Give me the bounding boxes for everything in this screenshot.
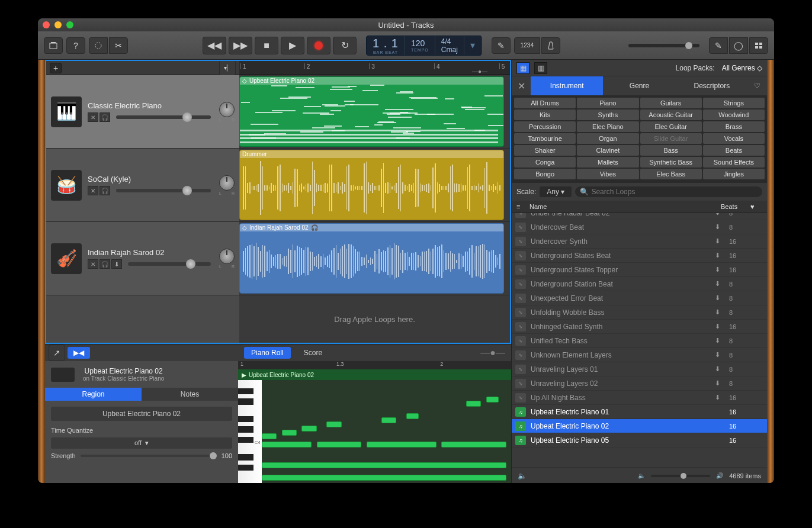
add-track-button[interactable]: + (50, 63, 62, 73)
tab-region[interactable]: Region (45, 388, 142, 401)
loop-view-grid-button[interactable]: ▦ (516, 62, 529, 74)
master-volume-slider[interactable] (628, 44, 699, 47)
category-vibes[interactable]: Vibes (577, 169, 638, 179)
loop-row[interactable]: ∿ Under the Radar Beat 02 ⬇ 8 (512, 213, 767, 220)
category-tambourine[interactable]: Tambourine (514, 133, 576, 144)
mute-button[interactable]: ✕ (88, 186, 98, 195)
category-sound-effects[interactable]: Sound Effects (703, 157, 765, 168)
category-synthetic-bass[interactable]: Synthetic Bass (640, 157, 702, 168)
loop-row[interactable]: ∿ Undercover Synth ⬇ 16 (512, 234, 767, 249)
download-icon[interactable]: ⬇ (715, 365, 724, 373)
track-filter-button[interactable]: ▾▏ (219, 60, 236, 76)
lcd-display[interactable]: 1 . 1BAR BEAT 120TEMPO 4/4Cmaj ▾ (366, 36, 482, 56)
download-icon[interactable]: ⬇ (715, 294, 724, 302)
download-icon[interactable]: ⬇ (715, 252, 724, 259)
loop-row[interactable]: ∿ Underground States Beat ⬇ 16 (512, 249, 767, 263)
loop-row[interactable]: ∿ Up All Night Bass ⬇ 16 (512, 391, 767, 405)
loop-row[interactable]: ♫ Upbeat Electric Piano 05 16 (512, 433, 767, 447)
pan-knob[interactable] (219, 175, 235, 191)
forward-button[interactable]: ▶▶ (229, 37, 252, 54)
tab-descriptors[interactable]: Descriptors (676, 76, 748, 95)
pan-knob[interactable] (219, 102, 235, 117)
favorites-icon[interactable]: ♡ (748, 76, 767, 95)
metronome-button[interactable] (541, 37, 560, 54)
zoom-slider-icon[interactable]: —●— (480, 347, 505, 358)
category-elec-bass[interactable]: Elec Bass (640, 169, 702, 179)
tab-piano-roll[interactable]: Piano Roll (244, 347, 291, 359)
maximize-window-icon[interactable] (66, 21, 73, 28)
category-bongo[interactable]: Bongo (514, 169, 576, 179)
loop-row[interactable]: ♫ Upbeat Electric Piano 01 16 (512, 405, 767, 419)
download-icon[interactable]: ⬇ (715, 351, 724, 359)
tab-instrument[interactable]: Instrument (531, 76, 603, 95)
stop-button[interactable]: ■ (255, 37, 278, 54)
category-mallets[interactable]: Mallets (577, 157, 638, 168)
speaker-icon[interactable]: 🔈 (518, 472, 527, 480)
library-button[interactable] (44, 37, 63, 54)
search-loops-input[interactable]: 🔍Search Loops (575, 186, 762, 197)
media-browser-button[interactable] (749, 37, 768, 54)
download-icon[interactable]: ⬇ (715, 223, 724, 231)
track-header-1[interactable]: 🎹 Classic Electric Piano ✕🎧 LR (46, 75, 239, 149)
loop-browser-button[interactable]: ◯ (729, 37, 748, 54)
heart-icon[interactable]: ♥ (750, 203, 762, 210)
download-icon[interactable]: ⬇ (715, 323, 724, 330)
loop-row[interactable]: ∿ Unraveling Layers 01 ⬇ 8 (512, 362, 767, 376)
zoom-slider-icon[interactable]: —●— (472, 68, 487, 75)
loop-row[interactable]: ♫ Upbeat Electric Piano 02 16 (512, 419, 767, 433)
category-woodwind[interactable]: Woodwind (703, 110, 765, 120)
track-volume-slider[interactable] (116, 189, 211, 192)
tab-notes[interactable]: Notes (142, 388, 238, 401)
drop-loops-area[interactable]: Drag Apple Loops here. (239, 295, 510, 343)
strength-slider[interactable] (81, 455, 217, 457)
category-slide-guitar[interactable]: Slide Guitar (640, 133, 702, 144)
minimize-window-icon[interactable] (54, 21, 62, 28)
download-icon[interactable]: ⬇ (715, 337, 724, 345)
category-acoustic-guitar[interactable]: Acoustic Guitar (640, 110, 702, 120)
rewind-button[interactable]: ◀◀ (203, 37, 226, 54)
quantize-select[interactable]: off ▾ (51, 437, 232, 449)
input-button[interactable]: ⬇ (111, 259, 122, 269)
category-synths[interactable]: Synths (577, 110, 638, 120)
track-header-2[interactable]: 🥁 SoCal (Kyle) ✕🎧 LR (46, 149, 239, 222)
category-piano[interactable]: Piano (577, 98, 638, 108)
category-brass[interactable]: Brass (703, 121, 765, 132)
loop-packs-select[interactable]: All Genres ◇ (722, 64, 762, 72)
mute-button[interactable]: ✕ (88, 112, 98, 122)
notepad-button[interactable]: ✎ (709, 37, 728, 54)
track-volume-slider[interactable] (128, 262, 211, 266)
region-piano[interactable]: ◇Upbeat Electric Piano 02 (239, 76, 504, 147)
loop-row[interactable]: ∿ Unraveling Layers 02 ⬇ 8 (512, 376, 767, 391)
scissors-button[interactable]: ✂ (109, 37, 128, 54)
mute-button[interactable]: ✕ (88, 259, 98, 269)
loop-row[interactable]: ∿ Unhinged Gated Synth ⬇ 16 (512, 320, 767, 334)
tab-score[interactable]: Score (297, 347, 329, 359)
piano-keyboard[interactable]: C4 (238, 380, 262, 483)
download-icon[interactable]: ⬇ (715, 394, 724, 401)
timeline-ruler[interactable]: 1 2 3 4 5 —●— (239, 61, 510, 75)
solo-button[interactable]: 🎧 (100, 112, 110, 122)
download-icon[interactable]: ⬇ (715, 379, 724, 387)
category-strings[interactable]: Strings (703, 98, 765, 108)
region-name-field[interactable]: Upbeat Electric Piano 02 (51, 407, 232, 421)
loop-row[interactable]: ∿ Unexpected Error Beat ⬇ 8 (512, 291, 767, 305)
category-guitars[interactable]: Guitars (640, 98, 702, 108)
region-drummer[interactable]: Drummer (239, 150, 504, 220)
download-icon[interactable]: ⬇ (715, 280, 724, 288)
download-icon[interactable]: ⬇ (715, 213, 724, 217)
smart-controls-button[interactable] (89, 37, 108, 54)
category-bass[interactable]: Bass (640, 145, 702, 156)
download-icon[interactable]: ⬇ (715, 266, 724, 273)
editor-catch-button[interactable]: ▶◀ (68, 347, 90, 359)
piano-roll-ruler[interactable]: 1 1.3 2 (238, 361, 511, 369)
loop-row[interactable]: ∿ Unfolding Wobble Bass ⬇ 8 (512, 305, 767, 320)
category-jingles[interactable]: Jingles (703, 169, 765, 179)
sort-icon[interactable]: ≡ (516, 203, 529, 210)
quick-help-button[interactable]: ? (66, 37, 85, 54)
category-beats[interactable]: Beats (703, 145, 765, 156)
category-vocals[interactable]: Vocals (703, 133, 765, 144)
category-conga[interactable]: Conga (514, 157, 576, 168)
cycle-button[interactable]: ↻ (333, 37, 357, 54)
tuner-button[interactable]: ✎ (492, 37, 511, 54)
close-icon[interactable]: ✕ (512, 76, 531, 95)
